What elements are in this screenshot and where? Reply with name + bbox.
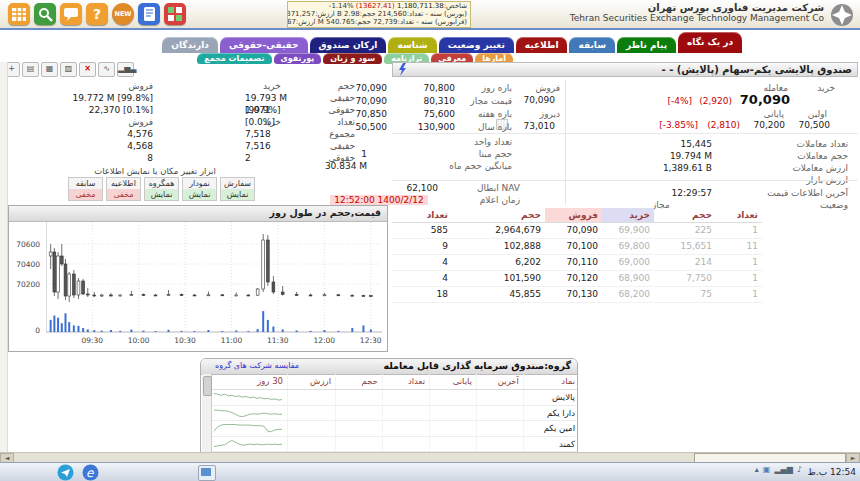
stats-buy-cell: خرید — [153, 80, 303, 92]
range-high: 75,600 — [405, 109, 455, 119]
buy-count: 1 — [716, 255, 762, 270]
taskbar-app-button[interactable] — [198, 465, 216, 481]
market-map-icon[interactable] — [164, 3, 186, 25]
order-book-row[interactable]: 9102,88870,10069,80015,65111 — [392, 239, 762, 255]
order-book-row[interactable]: 46,20270,11069,0002141 — [392, 255, 762, 271]
market-index-summary[interactable]: شاخص:1,180,711.38 (13627.41) %1.14- (بور… — [287, 1, 471, 28]
layout-toolbar: +▤▦▨×∿▂▅▃ — [3, 62, 134, 77]
page-vertical-scrollbar[interactable] — [0, 62, 8, 452]
symbol-cell[interactable]: دارا یکم — [523, 406, 578, 421]
tray-sound-icon[interactable]: ♪ — [797, 465, 802, 474]
symbol-cell[interactable]: امین یکم — [523, 421, 578, 436]
tab-سابقه[interactable]: سابقه — [569, 37, 615, 53]
toggle-نمودار[interactable]: نمودارنمایش — [182, 177, 217, 201]
tab-اطلاعیه[interactable]: اطلاعیه — [516, 37, 568, 53]
symbol-cell[interactable]: پالایش — [523, 390, 578, 405]
group-col-header: نماد — [523, 374, 578, 389]
tray-hidden-icons-icon[interactable]: ▴ — [755, 465, 759, 474]
order-book-col-header: حجم — [654, 208, 716, 222]
group-table-row[interactable]: دارا یکم — [211, 406, 578, 422]
detach-icon[interactable]: ▨ — [60, 62, 77, 77]
order-book-row[interactable]: 4101,59070,12068,9007,7501 — [392, 271, 762, 287]
order-book-col-header: تعداد — [716, 208, 762, 222]
sparkline-30d — [213, 437, 283, 450]
mid-stat-value: 30.834 M — [317, 161, 367, 171]
group-table-header: نمادآخرینپایانیتعدادحجمارزش30 روز — [211, 374, 578, 390]
toggle-همگروه[interactable]: همگروهنمایش — [144, 177, 179, 201]
search-icon[interactable] — [34, 3, 56, 25]
value-cell — [287, 390, 335, 405]
compare-group-link[interactable]: مقایسه شرکت های گروه — [215, 361, 299, 370]
tray-network-icon[interactable]: ▂▄▆ — [774, 465, 792, 474]
order-book-row[interactable]: 5852,964,67970,09069,9002251 — [392, 223, 762, 239]
group-scroll-thumb[interactable] — [203, 376, 212, 396]
close-cell — [429, 406, 476, 421]
y-axis-tick: 70400 — [8, 260, 40, 269]
panel-toggle-buttons: سفارشنمایشنمودارنمایشهمگروهنمایشاطلاعیهم… — [68, 177, 255, 201]
group-table-row[interactable]: پالایش — [211, 390, 578, 406]
range-low: 50,500 — [342, 122, 387, 132]
bar-chart-icon[interactable]: ▂▅▃ — [117, 62, 134, 77]
count-cell — [382, 421, 429, 436]
taskbar-messenger-icon[interactable] — [57, 464, 74, 481]
toggle-name: سابقه — [69, 178, 102, 189]
sparkline-30d — [213, 421, 283, 434]
watchlist-table-icon[interactable] — [8, 3, 30, 25]
range-high: 130,900 — [405, 122, 455, 132]
tab-پیام ناظر[interactable]: پیام ناظر — [617, 37, 676, 53]
group-vertical-scrollbar[interactable] — [202, 374, 212, 462]
help-icon[interactable]: ? — [86, 3, 108, 25]
tab-در یک نگاه[interactable]: در یک نگاه — [678, 32, 742, 53]
reports-book-icon[interactable] — [138, 3, 160, 25]
system-tray[interactable]: ▴ ▣ ▂▄▆ ♪ — [755, 465, 802, 474]
order-book-row[interactable]: 1845,85570,13068,200751 — [392, 287, 762, 303]
x-axis-tick: 12:30 — [360, 336, 382, 345]
range-low: 70,090 — [342, 96, 387, 106]
buy-volume: 75 — [654, 287, 716, 302]
taskbar-clock[interactable]: 12:54 ب.ظ — [808, 467, 856, 477]
panel-layout-icon[interactable]: ▤ — [22, 62, 39, 77]
toggle-name: همگروه — [145, 178, 178, 189]
trade-stat-label: تعداد معاملات — [796, 139, 848, 149]
new-badge-icon[interactable]: NEW — [112, 3, 134, 25]
toggle-سفارش[interactable]: سفارشنمایش — [220, 177, 255, 201]
x-axis-tick: 12:00 — [313, 336, 335, 345]
mid-stat-value: 1 — [317, 149, 367, 159]
tab-سود و زیان[interactable]: سود و زیان — [323, 53, 382, 64]
stats-row: حقوقی1,071 [0.0%]22,370 [0.1%] — [10, 104, 355, 116]
close-red-icon[interactable]: × — [79, 62, 96, 77]
tab-تصمیمات مجمع[interactable]: تصمیمات مجمع — [197, 53, 271, 64]
toggle-سابقه[interactable]: سابقهمخفی — [68, 177, 103, 201]
tab-پورتفوی[interactable]: پورتفوی — [274, 53, 322, 64]
sell-count: 9 — [392, 239, 452, 254]
last-info-label: آخرین اطلاعات قیمت — [767, 188, 848, 198]
messages-icon[interactable] — [60, 3, 82, 25]
group-table-row[interactable]: امین یکم — [211, 421, 578, 437]
trade-stat-label: حجم معاملات — [797, 151, 848, 161]
range-label: بازه روز — [482, 83, 512, 93]
sell-volume: 102,888 — [452, 239, 545, 254]
sparkline-30d — [213, 406, 283, 419]
spark-cell — [211, 406, 287, 421]
line-chart-icon[interactable]: ∿ — [98, 62, 115, 77]
group-table-row[interactable]: کمند — [211, 437, 578, 453]
toggle-اطلاعیه[interactable]: اطلاعیهمخفی — [106, 177, 141, 201]
divider — [392, 180, 858, 181]
stats-buy-cell: 19.793 M [99.9%] — [153, 92, 303, 104]
symbol-cell[interactable]: کمند — [523, 437, 578, 452]
spark-cell — [211, 437, 287, 452]
panel-grid-icon[interactable]: ▦ — [41, 62, 58, 77]
stats-buy-cell: خرید — [153, 116, 303, 128]
nav-time-value: 12:52:00 1400/2/12 — [330, 195, 428, 205]
tray-shield-icon[interactable]: ▣ — [763, 465, 771, 474]
x-axis-tick: 10:30 — [174, 336, 196, 345]
candlestick-chart[interactable] — [46, 222, 382, 334]
taskbar-browser-icon[interactable]: e — [82, 464, 99, 481]
order-book-col-header: خرید — [602, 208, 654, 222]
toggle-state: نمایش — [145, 189, 178, 200]
company-name-en: Tehran Securities Exchange Technology Ma… — [570, 13, 824, 23]
x-axis-tick: 09:30 — [81, 336, 103, 345]
toggle-name: سفارش — [221, 178, 254, 189]
buy-count: 11 — [716, 239, 762, 254]
stats-sell-cell: 22,370 [0.1%] — [13, 104, 153, 116]
